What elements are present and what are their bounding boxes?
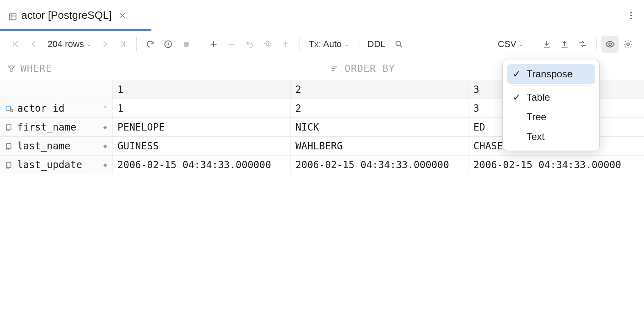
column-icon — [5, 160, 14, 169]
column-icon — [5, 123, 14, 132]
check-icon: ✓ — [513, 68, 521, 80]
popup-item-tree[interactable]: Tree — [507, 107, 595, 127]
cell[interactable]: 2006-02-15 04:34:33.000000 — [113, 155, 290, 174]
orderby-placeholder: ORDER BY — [345, 63, 395, 74]
row-header-label: first_name — [17, 122, 77, 133]
svg-point-5 — [267, 43, 269, 45]
sort-icon — [331, 65, 340, 73]
tx-mode-dropdown[interactable]: Tx: Auto ⌄ — [304, 39, 353, 50]
settings-button[interactable] — [619, 36, 637, 53]
separator — [299, 37, 299, 51]
delete-row-button[interactable] — [223, 36, 240, 53]
csv-label: CSV — [498, 39, 516, 50]
row-count-dropdown[interactable]: 204 rows ⌄ — [43, 39, 95, 50]
submit-button[interactable] — [277, 36, 294, 53]
svg-point-11 — [11, 109, 13, 112]
cell[interactable]: WAHLBERG — [290, 137, 468, 155]
next-page-button[interactable] — [96, 36, 113, 53]
row-header-label: last_update — [17, 159, 82, 171]
popup-item-label: Text — [527, 131, 545, 142]
tab-underline — [0, 29, 151, 31]
svg-point-7 — [396, 41, 401, 45]
cell[interactable]: PENELOPE — [113, 118, 290, 136]
ddl-label: DDL — [367, 39, 385, 50]
last-page-button[interactable] — [114, 36, 131, 53]
popup-item-label: Tree — [527, 111, 546, 123]
svg-rect-10 — [6, 106, 11, 110]
compare-button[interactable] — [574, 36, 591, 53]
cell[interactable]: 2006-02-15 04:34:33.00000 — [468, 155, 644, 174]
upload-button[interactable] — [556, 36, 573, 53]
chevron-down-icon: ⌄ — [344, 41, 349, 47]
separator — [200, 37, 200, 51]
sort-both-icon: ◆ — [103, 142, 107, 150]
row-header-last-update[interactable]: last_update ◆ — [0, 155, 113, 174]
prev-page-button[interactable] — [25, 36, 43, 53]
svg-point-9 — [627, 43, 629, 45]
first-page-button[interactable] — [7, 36, 25, 53]
export-format-dropdown[interactable]: CSV ⌄ — [494, 39, 528, 50]
view-mode-popup: ✓ Transpose ✓ Table Tree Text — [502, 60, 600, 151]
tab-options-button[interactable] — [630, 12, 632, 19]
search-button[interactable] — [390, 36, 408, 53]
where-filter[interactable]: WHERE — [0, 57, 323, 80]
separator — [136, 37, 137, 51]
row-count-label: 204 rows — [47, 39, 84, 50]
row-header-label: last_name — [17, 140, 70, 152]
row-header-actor-id[interactable]: actor_id ⌃ — [0, 99, 113, 117]
tab-bar: actor [PostgreSQL] ✕ — [0, 0, 644, 31]
sort-both-icon: ◆ — [103, 161, 107, 169]
column-header[interactable]: 2 — [290, 80, 468, 99]
toolbar: 204 rows ⌄ Tx: Auto ⌄ DDL — [0, 31, 644, 57]
tab-actor[interactable]: actor [PostgreSQL] ✕ — [0, 0, 134, 31]
svg-point-6 — [269, 45, 271, 47]
svg-rect-12 — [7, 124, 11, 130]
row-header-last-name[interactable]: last_name ◆ — [0, 137, 113, 155]
svg-rect-4 — [184, 42, 189, 47]
sort-both-icon: ◆ — [103, 123, 107, 131]
add-row-button[interactable] — [205, 36, 222, 53]
column-header[interactable]: 1 — [113, 80, 290, 99]
popup-item-label: Table — [527, 92, 550, 103]
reload-button[interactable] — [142, 36, 159, 53]
preview-changes-button[interactable] — [259, 36, 276, 53]
svg-rect-0 — [9, 14, 16, 20]
separator — [358, 37, 358, 51]
tab-title: actor [PostgreSQL] — [21, 9, 112, 22]
separator — [596, 37, 597, 51]
close-icon[interactable]: ✕ — [119, 11, 126, 20]
popup-item-table[interactable]: ✓ Table — [507, 88, 595, 107]
schedule-button[interactable] — [160, 36, 177, 53]
svg-point-8 — [609, 43, 611, 45]
cell[interactable]: NICK — [290, 118, 468, 136]
grid-data-row: last_update ◆ 2006-02-15 04:34:33.000000… — [0, 155, 644, 174]
sort-asc-icon: ⌃ — [103, 104, 107, 112]
view-mode-button[interactable] — [601, 36, 619, 53]
popup-item-transpose[interactable]: ✓ Transpose — [507, 64, 595, 84]
ddl-button[interactable]: DDL — [363, 39, 390, 50]
svg-rect-14 — [7, 143, 11, 149]
stop-button[interactable] — [178, 36, 195, 53]
where-placeholder: WHERE — [20, 63, 52, 74]
row-header-label: actor_id — [17, 103, 65, 114]
cell[interactable]: GUINESS — [113, 137, 290, 155]
check-icon: ✓ — [513, 92, 521, 103]
filter-icon — [7, 65, 16, 73]
row-header-first-name[interactable]: first_name ◆ — [0, 118, 113, 136]
popup-separator — [511, 86, 591, 86]
column-icon — [5, 142, 14, 151]
table-icon — [8, 11, 17, 20]
cell[interactable]: 2006-02-15 04:34:33.000000 — [290, 155, 468, 174]
popup-item-text[interactable]: Text — [507, 127, 595, 146]
corner-cell — [0, 80, 113, 99]
download-button[interactable] — [538, 36, 555, 53]
popup-item-label: Transpose — [527, 68, 573, 80]
svg-rect-16 — [7, 162, 11, 167]
pk-column-icon — [5, 104, 14, 113]
cell[interactable]: 1 — [113, 99, 290, 117]
cell[interactable]: 2 — [290, 99, 468, 117]
chevron-down-icon: ⌄ — [86, 41, 91, 47]
revert-button[interactable] — [241, 36, 258, 53]
tx-label: Tx: Auto — [308, 39, 342, 50]
chevron-down-icon: ⌄ — [519, 41, 524, 47]
